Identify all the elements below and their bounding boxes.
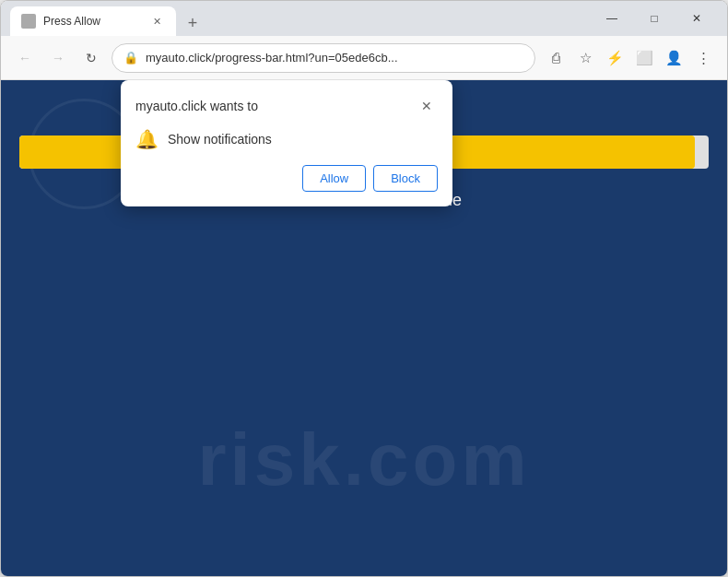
permission-popup: myauto.click wants to ✕ 🔔 Show notificat… <box>121 80 452 206</box>
back-button[interactable]: ← <box>12 45 38 71</box>
new-tab-button[interactable]: + <box>180 10 205 36</box>
nav-bar: ← → ↻ 🔒 myauto.click/progress-bar.html?u… <box>1 36 727 80</box>
popup-title: myauto.click wants to <box>135 99 258 113</box>
notification-bell-icon: 🔔 <box>135 128 159 150</box>
forward-button[interactable]: → <box>45 45 71 71</box>
notification-text: Show notifications <box>168 132 272 147</box>
page-content: myauto.click wants to ✕ 🔔 Show notificat… <box>1 80 727 576</box>
extensions-icon[interactable]: ⚡ <box>602 45 628 71</box>
window-controls: — □ ✕ <box>591 1 718 36</box>
popup-body: 🔔 Show notifications <box>135 128 438 150</box>
split-view-icon[interactable]: ⬜ <box>631 45 657 71</box>
close-button[interactable]: ✕ <box>675 1 718 36</box>
address-bar[interactable]: 🔒 myauto.click/progress-bar.html?un=05ed… <box>112 43 535 73</box>
popup-header: myauto.click wants to ✕ <box>135 95 438 117</box>
share-icon[interactable]: ⎙ <box>543 45 569 71</box>
allow-button[interactable]: Allow <box>302 165 366 192</box>
nav-icons: ⎙ ☆ ⚡ ⬜ 👤 ⋮ <box>543 45 716 71</box>
lock-icon: 🔒 <box>123 51 138 65</box>
minimize-button[interactable]: — <box>591 1 633 36</box>
block-button[interactable]: Block <box>373 165 438 192</box>
title-bar: Press Allow ✕ + — □ ✕ <box>1 1 727 36</box>
tab-favicon <box>21 14 36 29</box>
menu-icon[interactable]: ⋮ <box>690 45 716 71</box>
maximize-button[interactable]: □ <box>633 1 675 36</box>
watermark-text: risk.com <box>1 418 727 502</box>
popup-actions: Allow Block <box>135 165 438 192</box>
active-tab[interactable]: Press Allow ✕ <box>10 6 176 36</box>
tab-label: Press Allow <box>43 15 141 28</box>
url-text: myauto.click/progress-bar.html?un=05ede6… <box>146 51 523 65</box>
browser-window: Press Allow ✕ + — □ ✕ ← → ↻ 🔒 myauto.cli… <box>0 0 728 577</box>
popup-close-button[interactable]: ✕ <box>416 95 438 117</box>
reload-button[interactable]: ↻ <box>78 45 104 71</box>
profile-icon[interactable]: 👤 <box>661 45 687 71</box>
tabs-area: Press Allow ✕ + <box>10 1 591 36</box>
tab-close-button[interactable]: ✕ <box>148 13 165 29</box>
bookmark-icon[interactable]: ☆ <box>572 45 598 71</box>
